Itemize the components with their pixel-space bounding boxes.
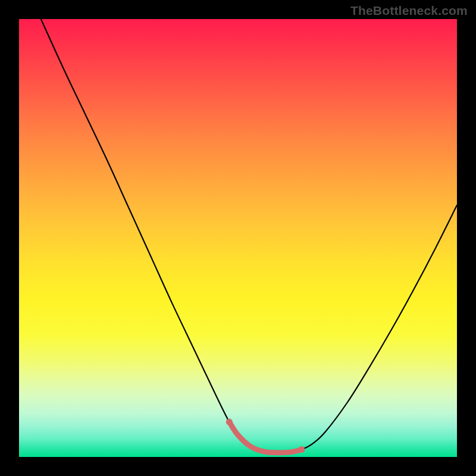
chart-svg (19, 19, 457, 457)
chart-plot-area (19, 19, 457, 457)
highlight-end-dot-left (226, 419, 233, 425)
bottom-highlight (229, 422, 301, 453)
highlight-end-dot-right (298, 446, 305, 453)
watermark-text: TheBottleneck.com (350, 4, 468, 18)
black-curve (41, 19, 457, 453)
chart-frame: TheBottleneck.com (0, 0, 476, 476)
